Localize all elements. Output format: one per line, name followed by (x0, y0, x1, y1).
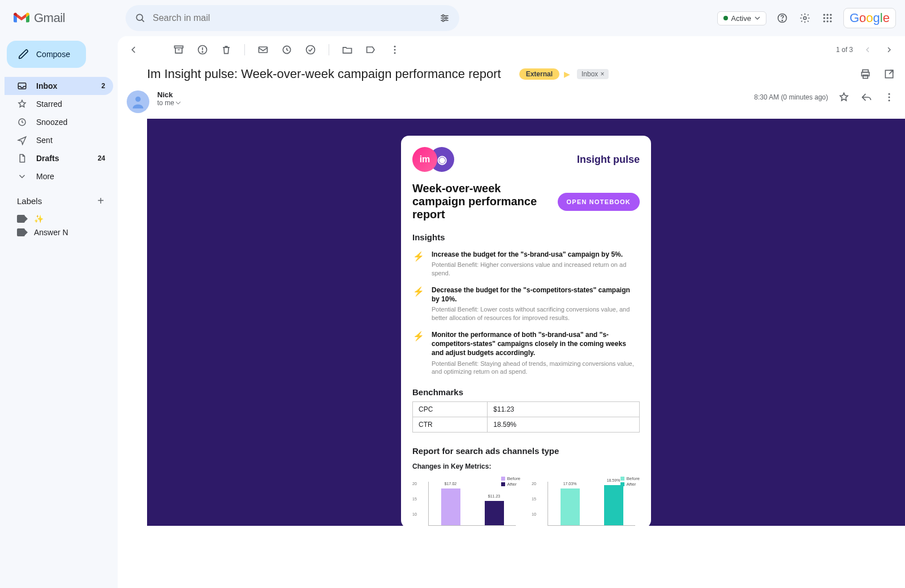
chip-arrow-icon: ▶ (564, 70, 570, 79)
star-message-button[interactable] (837, 90, 851, 104)
email-body: im ◉ Insight pulse Week-over-week campai… (147, 119, 905, 526)
svg-point-13 (830, 14, 831, 16)
open-notebook-button[interactable]: OPEN NOTEBOOK (558, 193, 640, 211)
pagination-label: 1 of 3 (836, 46, 853, 54)
report-section-header: Report for search ads channels type (412, 446, 640, 456)
topbar-right: Active Google (717, 8, 896, 28)
svg-point-5 (442, 15, 444, 16)
google-logo[interactable]: Google (843, 8, 896, 28)
changes-header: Changes in Key Metrics: (412, 462, 640, 470)
svg-point-10 (803, 17, 806, 20)
pencil-icon (18, 49, 29, 60)
delete-button[interactable] (219, 43, 233, 57)
sidebar-item-snoozed[interactable]: Snoozed (5, 113, 113, 131)
svg-point-17 (823, 20, 825, 22)
help-icon[interactable] (775, 11, 789, 25)
svg-point-37 (889, 93, 890, 95)
svg-point-31 (394, 52, 396, 54)
prev-button[interactable] (861, 43, 874, 57)
gmail-logo[interactable]: Gmail (9, 11, 117, 25)
archive-button[interactable] (172, 43, 186, 57)
add-task-button[interactable] (304, 43, 317, 57)
sidebar: Compose Inbox2 Starred Snoozed Sent Draf… (0, 36, 118, 588)
cpc-chart: BeforeAfter 20 15 10 $17.02 $11.23 (412, 477, 520, 526)
insight-item: ⚡ Decrease the budget for the "s-competi… (412, 286, 640, 322)
sender-name: Nick (157, 90, 181, 99)
apps-icon[interactable] (821, 11, 834, 25)
search-bar[interactable] (126, 5, 459, 31)
insight-pulse-label: Insight pulse (577, 154, 640, 166)
mark-unread-button[interactable] (256, 43, 270, 57)
svg-point-36 (135, 97, 140, 102)
add-label-button[interactable]: + (97, 194, 104, 207)
subject-row: Im Insight pulse: Week-over-week campaig… (118, 63, 905, 88)
toolbar-separator (329, 44, 329, 55)
svg-point-0 (136, 14, 143, 20)
sidebar-item-more[interactable]: More (5, 167, 113, 185)
svg-point-6 (445, 17, 447, 19)
label-item-sparkle[interactable]: ✨ (5, 212, 113, 226)
label-item-answer-n[interactable]: Answer N (5, 226, 113, 239)
message-time: 8:30 AM (0 minutes ago) (754, 93, 828, 101)
insight-item: ⚡ Monitor the performance of both "s-bra… (412, 330, 640, 376)
gmail-wordmark: Gmail (34, 11, 65, 25)
labels-header: Labels + (5, 185, 113, 212)
insights-header: Insights (412, 232, 640, 242)
brand-logos: im ◉ (412, 147, 454, 172)
lightning-icon: ⚡ (412, 250, 425, 262)
report-card: im ◉ Insight pulse Week-over-week campai… (401, 136, 651, 526)
print-button[interactable] (859, 67, 872, 81)
svg-point-28 (307, 46, 315, 54)
inbox-icon (17, 81, 27, 91)
lightning-icon: ⚡ (412, 286, 425, 298)
spam-button[interactable] (196, 43, 209, 57)
compose-label: Compose (36, 50, 70, 59)
message-toolbar: 1 of 3 (118, 36, 905, 63)
svg-point-7 (442, 20, 444, 21)
svg-point-25 (202, 51, 202, 52)
report-title: Week-over-week campaign performance repo… (412, 182, 548, 221)
benchmarks-table: CPC$11.23 CTR18.59% (412, 401, 640, 433)
status-chip[interactable]: Active (717, 11, 766, 25)
recipient-line[interactable]: to me (157, 99, 181, 107)
back-button[interactable] (127, 43, 140, 57)
send-icon (17, 135, 27, 145)
status-dot-icon (723, 16, 728, 20)
search-input[interactable] (153, 13, 432, 23)
sidebar-item-sent[interactable]: Sent (5, 131, 113, 149)
open-new-window-button[interactable] (882, 67, 896, 81)
benchmarks-header: Benchmarks (412, 387, 640, 397)
svg-line-1 (142, 20, 144, 22)
move-to-button[interactable] (341, 43, 354, 57)
labels-button[interactable] (364, 43, 378, 57)
svg-point-15 (826, 17, 828, 19)
inbox-chip[interactable]: Inbox× (577, 69, 609, 79)
status-label: Active (731, 14, 751, 23)
sidebar-item-starred[interactable]: Starred (5, 95, 113, 113)
message-more-button[interactable] (882, 90, 896, 104)
charts-row: BeforeAfter 20 15 10 $17.02 $11.23 Befor… (412, 477, 640, 526)
svg-rect-22 (175, 46, 183, 47)
settings-icon[interactable] (798, 11, 812, 25)
svg-point-39 (889, 100, 890, 101)
table-row: CTR18.59% (413, 417, 640, 433)
next-button[interactable] (882, 43, 896, 57)
lightning-icon: ⚡ (412, 330, 425, 343)
clock-icon (17, 117, 27, 127)
sender-avatar[interactable] (127, 90, 149, 113)
more-button[interactable] (388, 43, 402, 57)
tune-icon[interactable] (439, 12, 450, 24)
chevron-down-icon (175, 100, 181, 106)
svg-point-19 (830, 20, 831, 22)
topbar: Gmail Active Google (0, 0, 905, 36)
sidebar-item-inbox[interactable]: Inbox2 (5, 77, 113, 95)
snooze-button[interactable] (280, 43, 294, 57)
reply-button[interactable] (860, 90, 873, 104)
chevron-down-icon (17, 171, 27, 181)
sidebar-item-drafts[interactable]: Drafts24 (5, 149, 113, 167)
message-header: Nick to me 8:30 AM (0 minutes ago) (118, 88, 905, 119)
im-logo-icon: im (412, 147, 437, 172)
compose-button[interactable]: Compose (7, 41, 86, 68)
svg-point-38 (889, 97, 890, 98)
svg-point-18 (826, 20, 828, 22)
